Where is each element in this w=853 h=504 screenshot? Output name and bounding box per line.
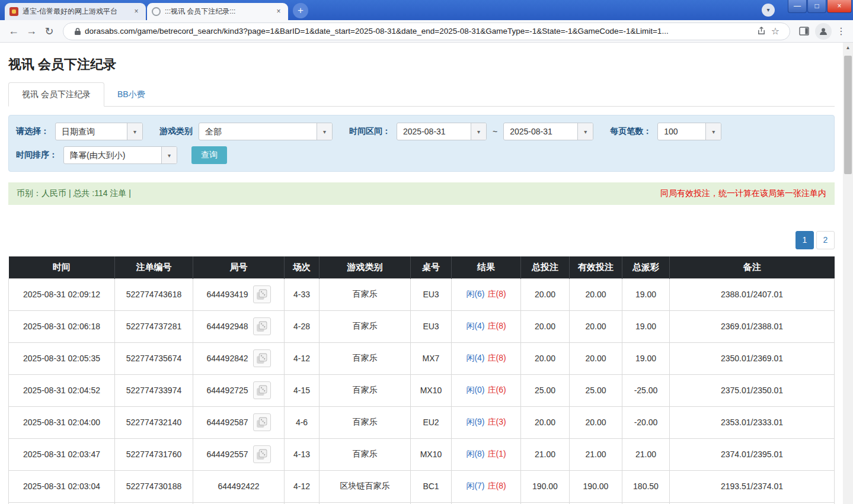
bet-id: 522774731760: [115, 438, 193, 470]
chevron-down-icon[interactable]: ▾: [127, 123, 142, 140]
replay-dice-icon[interactable]: [253, 445, 271, 463]
bet-table-body: 2025-08-31 02:09:12522774743618644493419…: [9, 278, 835, 504]
total-bet-link[interactable]: 190.00: [521, 470, 570, 502]
scrollbar-thumb[interactable]: [844, 56, 852, 174]
page-button-1[interactable]: 1: [796, 231, 814, 249]
back-icon[interactable]: ←: [5, 23, 23, 40]
bet-id: 522774733974: [115, 374, 193, 406]
address-bar[interactable]: dorasabs.com/game/betrecord_search/kind3…: [63, 23, 790, 40]
result: 闲(4)庄(8): [452, 310, 521, 342]
total-payout: -25.00: [622, 374, 670, 406]
total-bet-link[interactable]: 25.00: [521, 374, 570, 406]
total-bet-link[interactable]: 21.00: [521, 438, 570, 470]
replay-dice-icon[interactable]: [253, 413, 271, 431]
column-header: 有效投注: [570, 256, 622, 278]
valid-bet: 190.00: [570, 470, 622, 502]
select-type-label: 请选择：: [16, 126, 49, 137]
result-player: 闲(8): [466, 449, 484, 458]
tab-close-icon[interactable]: ×: [274, 7, 283, 17]
table-number: BC1: [411, 470, 452, 502]
browser-toolbar: ← → ↻ dorasabs.com/game/betrecord_search…: [0, 20, 853, 43]
game-category: 百家乐: [320, 406, 411, 438]
round-number: 644492948: [206, 322, 248, 331]
profile-avatar[interactable]: [815, 23, 832, 40]
total-payout: 21.00: [622, 438, 670, 470]
total-payout: 180.50: [622, 470, 670, 502]
bet-id: 522774743618: [115, 278, 193, 310]
date-end-select[interactable]: 2025-08-31 ▾: [503, 123, 593, 140]
new-tab-button[interactable]: +: [293, 3, 308, 18]
result: 闲(7)庄(8): [452, 470, 521, 502]
date-start-select[interactable]: 2025-08-31 ▾: [397, 123, 487, 140]
maximize-button[interactable]: □: [807, 0, 826, 13]
close-button[interactable]: ×: [827, 0, 852, 13]
browser-tab-title: :::视讯 会员下注纪录:::: [165, 7, 270, 17]
valid-bet: 20.00: [570, 310, 622, 342]
table-row: 2025-08-31 02:04:52522774733974644492725…: [9, 374, 835, 406]
result-banker: 庄(3): [488, 417, 506, 426]
table-header-row: 时间注单编号局号场次游戏类别桌号结果总投注有效投注总派彩备注: [9, 256, 835, 278]
total-bet-link[interactable]: 20.00: [521, 406, 570, 438]
chevron-down-icon[interactable]: ▾: [577, 123, 593, 140]
chevron-down-icon[interactable]: ▾: [317, 123, 332, 140]
game-type-label: 游戏类别: [159, 126, 193, 137]
table-row: 2025-08-31 02:04:00522774732140644492587…: [9, 406, 835, 438]
search-button[interactable]: 查询: [191, 146, 227, 164]
scroll-up-icon[interactable]: ▲: [843, 43, 853, 53]
round-number: 644492587: [206, 418, 248, 427]
total-payout: 19.00: [622, 342, 670, 374]
date-range-label: 时间区间：: [349, 126, 391, 137]
side-panel-icon[interactable]: [795, 23, 813, 40]
replay-dice-icon[interactable]: [253, 381, 271, 399]
table-row: 2025-08-31 02:03:04522774730188644492422…: [9, 470, 835, 502]
table-number: EU3: [411, 310, 452, 342]
tab-bet-records[interactable]: 视讯 会员下注纪录: [8, 82, 104, 107]
browser-tab-1[interactable]: 通宝-信誉最好的网上游戏平台 ×: [5, 3, 146, 20]
total-bet-link[interactable]: 20.00: [521, 310, 570, 342]
round-id: 644492557: [193, 438, 285, 470]
refresh-icon[interactable]: ↻: [40, 23, 58, 40]
round-id: 644493419: [193, 278, 285, 310]
total-bet-link[interactable]: 20.00: [521, 342, 570, 374]
valid-bet: 20.00: [570, 342, 622, 374]
site-favicon: [9, 7, 18, 16]
browser-menu-icon[interactable]: ⋮: [834, 25, 848, 37]
replay-dice-icon[interactable]: [253, 349, 271, 367]
note-balance: 2193.51/2374.01: [670, 470, 835, 502]
table-row: 2025-08-31 02:05:35522774735674644492842…: [9, 342, 835, 374]
per-page-label: 每页笔数：: [610, 126, 651, 137]
forward-icon[interactable]: →: [23, 23, 40, 40]
page-scrollbar[interactable]: ▲: [843, 43, 853, 504]
column-header: 备注: [670, 256, 835, 278]
valid-bet: 20.00: [570, 278, 622, 310]
replay-dice-icon[interactable]: [253, 317, 271, 335]
replay-dice-icon[interactable]: [253, 285, 271, 303]
column-header: 时间: [9, 256, 115, 278]
round-number: 644492725: [206, 386, 248, 395]
result-player: 闲(7): [466, 481, 484, 490]
summary-bar: 币别：人民币 | 总共 :114 注单 | 同局有效投注，统一计算在该局第一张注…: [8, 182, 835, 205]
chevron-down-icon[interactable]: ▾: [705, 123, 721, 140]
query-type-select[interactable]: 日期查询 ▾: [55, 123, 143, 140]
bet-records-table: 时间注单编号局号场次游戏类别桌号结果总投注有效投注总派彩备注 2025-08-3…: [8, 256, 835, 504]
filter-panel: 请选择： 日期查询 ▾ 游戏类别 全部 ▾ 时间区间： 2025-08-31 ▾…: [8, 115, 835, 172]
total-payout: 19.00: [622, 310, 670, 342]
browser-tab-title: 通宝-信誉最好的网上游戏平台: [23, 7, 127, 17]
browser-tab-2[interactable]: :::视讯 会员下注纪录::: ×: [147, 3, 288, 20]
share-icon[interactable]: [754, 24, 768, 38]
minimize-button[interactable]: —: [788, 0, 807, 13]
chevron-down-icon[interactable]: ▾: [161, 147, 177, 163]
sort-select[interactable]: 降幂(由大到小) ▾: [63, 146, 177, 164]
bookmark-star-icon[interactable]: ☆: [768, 24, 782, 38]
page-button-2[interactable]: 2: [816, 231, 835, 249]
total-bet-link[interactable]: 20.00: [521, 278, 570, 310]
tab-search-chevron-icon[interactable]: ▾: [762, 4, 775, 17]
bet-time: 2025-08-31 02:06:18: [9, 310, 115, 342]
tab-bb-tips[interactable]: BB小费: [104, 83, 158, 106]
chevron-down-icon[interactable]: ▾: [471, 123, 486, 140]
column-header: 局号: [193, 256, 285, 278]
per-page-select[interactable]: 100 ▾: [657, 123, 721, 140]
round-number: 644492557: [206, 450, 248, 459]
tab-close-icon[interactable]: ×: [132, 7, 141, 17]
game-type-select[interactable]: 全部 ▾: [199, 123, 333, 140]
